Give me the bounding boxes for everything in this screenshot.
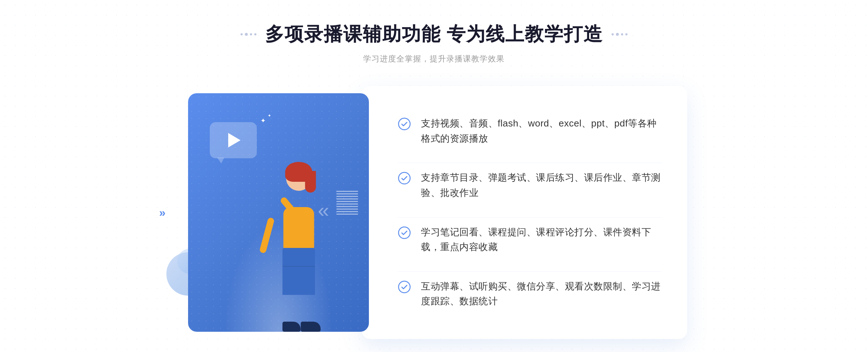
feature-item-3: 学习笔记回看、课程提问、课程评论打分、课件资料下载，重点内容收藏 [398, 217, 662, 262]
dot-5 [612, 33, 614, 35]
feature-text-3: 学习笔记回看、课程提问、课程评论打分、课件资料下载，重点内容收藏 [421, 225, 662, 255]
feature-item-1: 支持视频、音频、flash、word、excel、ppt、pdf等各种格式的资源… [398, 109, 662, 153]
sparkle-icon-1: ✦ [260, 117, 266, 125]
play-icon [228, 133, 241, 147]
feature-item-2: 支持章节目录、弹题考试、课后练习、课后作业、章节测验、批改作业 [398, 163, 662, 207]
dot-2 [245, 33, 248, 36]
dot-6 [616, 33, 619, 36]
right-decorators [612, 33, 627, 36]
check-icon-2 [398, 172, 411, 185]
dot-8 [625, 33, 627, 35]
check-icon-4 [398, 280, 411, 293]
left-decorators [241, 33, 256, 36]
features-panel: 支持视频、音频、flash、word、excel、ppt、pdf等各种格式的资源… [362, 86, 687, 339]
content-section: » ✦ ✦ [181, 86, 687, 339]
page-container: 多项录播课辅助功能 专为线上教学打造 学习进度全掌握，提升录播课教学效果 » [0, 0, 868, 352]
figure-torso [284, 207, 314, 250]
title-row: 多项录播课辅助功能 专为线上教学打造 [241, 22, 627, 47]
feature-item-4: 互动弹幕、试听购买、微信分享、观看次数限制、学习进度跟踪、数据统计 [398, 271, 662, 316]
feature-text-2: 支持章节目录、弹题考试、课后练习、课后作业、章节测验、批改作业 [421, 170, 662, 200]
svg-point-1 [399, 172, 410, 184]
main-title: 多项录播课辅助功能 专为线上教学打造 [265, 22, 603, 47]
svg-point-2 [399, 227, 410, 239]
illustration-area: ✦ ✦ « [181, 86, 369, 339]
feature-text-4: 互动弹幕、试听购买、微信分享、观看次数限制、学习进度跟踪、数据统计 [421, 279, 662, 309]
dot-7 [621, 33, 623, 35]
figure-shoe-right [301, 322, 321, 332]
feature-text-1: 支持视频、音频、flash、word、excel、ppt、pdf等各种格式的资源… [421, 116, 662, 146]
sparkle-icon-2: ✦ [268, 113, 271, 118]
check-icon-1 [398, 117, 411, 130]
figure-hair [285, 162, 312, 182]
figure-body [248, 151, 349, 332]
figure-shoe-left [282, 322, 301, 332]
dot-4 [254, 33, 256, 35]
header-section: 多项录播课辅助功能 专为线上教学打造 学习进度全掌握，提升录播课教学效果 [241, 22, 627, 64]
dot-3 [250, 33, 252, 35]
figure-arm-down [259, 217, 275, 254]
chevron-left-icon: » [159, 206, 166, 219]
left-nav-arrows[interactable]: » [159, 206, 166, 219]
subtitle: 学习进度全掌握，提升录播课教学效果 [241, 53, 627, 64]
svg-point-3 [399, 281, 410, 293]
check-icon-3 [398, 226, 411, 239]
illustration-background: ✦ ✦ « [188, 93, 369, 332]
human-figure [248, 151, 349, 332]
svg-point-0 [399, 118, 410, 130]
dot-1 [241, 33, 243, 35]
figure-pants [282, 248, 315, 295]
